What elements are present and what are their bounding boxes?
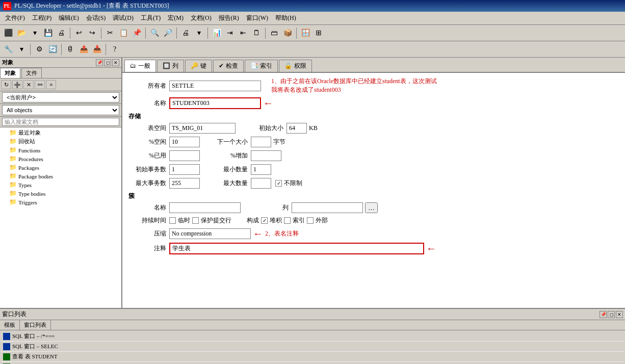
- list-item-0[interactable]: SQL 窗口 – /*===: [1, 331, 624, 342]
- user-dropdown[interactable]: <当前用户>: [2, 92, 119, 102]
- schema2-btn[interactable]: 📦: [281, 28, 294, 39]
- obj-arrow[interactable]: ▾: [15, 44, 28, 55]
- cluster-name-input[interactable]: [169, 202, 241, 213]
- list-item-2[interactable]: 查看 表 STUDENT: [1, 352, 624, 362]
- pct-increase-input[interactable]: [251, 150, 281, 161]
- sort-btn[interactable]: ≡: [46, 80, 56, 89]
- bottom-tab-windows[interactable]: 窗口列表: [20, 320, 51, 330]
- bottom-pin[interactable]: 📌: [600, 311, 607, 318]
- copy-btn[interactable]: 📋: [117, 28, 129, 39]
- initial-size-input[interactable]: [287, 123, 307, 134]
- tree-item-packages[interactable]: 📁 Packages: [1, 163, 120, 172]
- redo-btn[interactable]: ↪: [86, 28, 98, 39]
- db2-btn[interactable]: 📤: [77, 44, 90, 55]
- bottom-tab-templates[interactable]: 模板: [0, 320, 20, 330]
- find2-btn[interactable]: 🔎: [162, 28, 174, 39]
- init-trans-input[interactable]: [169, 164, 200, 175]
- view-btn[interactable]: 📊: [211, 28, 223, 39]
- win2-btn[interactable]: ⊞: [312, 28, 325, 39]
- db-btn[interactable]: 🛢: [64, 44, 76, 55]
- compile2-btn[interactable]: 🔄: [46, 44, 59, 55]
- bottom-float[interactable]: ◻: [608, 311, 615, 318]
- cut-btn[interactable]: ✂: [104, 28, 116, 39]
- tab-privileges[interactable]: 🔒 权限: [279, 60, 312, 72]
- list-item-3[interactable]: 查看 表 STUDENT0: [1, 362, 624, 364]
- panel-float[interactable]: ◻: [104, 59, 111, 66]
- win-btn[interactable]: 🪟: [299, 28, 311, 39]
- cluster-col-input[interactable]: [292, 202, 363, 213]
- panel-close[interactable]: ✕: [112, 59, 119, 66]
- max-extents-input[interactable]: [251, 178, 271, 189]
- menu-window[interactable]: 窗口(W): [243, 13, 271, 23]
- menu-tools[interactable]: 工具(T): [138, 13, 164, 23]
- tree-item-procedures[interactable]: 📁 Procedures: [1, 154, 120, 163]
- schema-btn[interactable]: 🗃: [268, 28, 280, 39]
- tab-general[interactable]: 🗂 一般: [124, 60, 156, 72]
- owner-input[interactable]: [169, 81, 261, 91]
- print3-btn[interactable]: ▾: [193, 28, 205, 39]
- tab-checks[interactable]: ✔ 检查: [213, 60, 244, 72]
- paste-btn[interactable]: 📌: [131, 28, 143, 39]
- menu-report[interactable]: 报告(R): [216, 13, 242, 23]
- help-btn[interactable]: ?: [109, 44, 121, 55]
- pct-used-input[interactable]: [169, 150, 200, 161]
- new-btn[interactable]: ⬛: [2, 28, 14, 39]
- open-arrow[interactable]: ▾: [29, 28, 41, 39]
- tab-indexes[interactable]: 📑 索引: [245, 60, 278, 72]
- unindent-btn[interactable]: ⇤: [237, 28, 249, 39]
- unlimited-checkbox[interactable]: [275, 180, 282, 187]
- open-btn[interactable]: 📂: [15, 28, 28, 39]
- undo-btn[interactable]: ↩: [73, 28, 85, 39]
- filter-btn[interactable]: ⚯: [35, 80, 45, 89]
- heap-checkbox[interactable]: [261, 217, 268, 224]
- menu-file[interactable]: 文件(F): [2, 13, 28, 23]
- menu-debug[interactable]: 调试(D): [110, 13, 137, 23]
- print-btn[interactable]: 🖨: [55, 28, 67, 39]
- find-btn[interactable]: 🔍: [148, 28, 161, 39]
- temp-checkbox[interactable]: [169, 217, 176, 224]
- format-btn[interactable]: 🗒: [250, 28, 263, 39]
- tree-item-triggers[interactable]: 📁 Triggers: [1, 198, 120, 206]
- save-btn[interactable]: 💾: [42, 28, 54, 39]
- next-size-input[interactable]: [251, 137, 271, 147]
- menu-doc[interactable]: 文档(O): [188, 13, 215, 23]
- min-extents-input[interactable]: [251, 164, 271, 175]
- compile-btn[interactable]: ⚙: [33, 44, 45, 55]
- menu-help[interactable]: 帮助(H): [272, 13, 299, 23]
- index-org-checkbox[interactable]: [284, 217, 291, 224]
- tab-objects[interactable]: 对象: [0, 68, 20, 78]
- obj-btn[interactable]: 🔧: [2, 44, 14, 55]
- comment-input[interactable]: [169, 243, 424, 254]
- panel-pin[interactable]: 📌: [96, 59, 103, 66]
- search-input[interactable]: [2, 118, 119, 126]
- preserve-checkbox[interactable]: [192, 217, 199, 224]
- pct-free-input[interactable]: [169, 137, 200, 147]
- tree-item-functions[interactable]: 📁 Functions: [1, 146, 120, 154]
- print2-btn[interactable]: 🖨: [179, 28, 192, 39]
- tab-columns[interactable]: 🔲 列: [157, 60, 184, 72]
- db3-btn[interactable]: 📥: [91, 44, 103, 55]
- tab-keys[interactable]: 🔑 键: [185, 60, 212, 72]
- name-input[interactable]: [169, 97, 261, 109]
- menu-project[interactable]: 工程(P): [29, 13, 55, 23]
- compress-input[interactable]: [169, 228, 251, 239]
- tree-item-recycle[interactable]: 📁 回收站: [1, 137, 120, 146]
- menu-session[interactable]: 会话(S): [83, 13, 109, 23]
- bottom-close[interactable]: ✕: [616, 311, 623, 318]
- list-item-1[interactable]: SQL 窗口 – SELEC: [1, 342, 624, 352]
- tree-item-type-bodies[interactable]: 📁 Type bodies: [1, 189, 120, 198]
- tree-item-recent[interactable]: 📁 最近对象: [1, 128, 120, 137]
- refresh-btn[interactable]: ↻: [1, 80, 11, 89]
- tablespace-input[interactable]: [169, 123, 236, 134]
- new-obj-btn[interactable]: ➕: [12, 80, 22, 89]
- menu-edit[interactable]: 编辑(E): [56, 13, 82, 23]
- menu-macro[interactable]: 宏(M): [165, 13, 187, 23]
- tab-files[interactable]: 文件: [21, 68, 42, 78]
- max-trans-input[interactable]: [169, 178, 200, 189]
- indent-btn[interactable]: ⇥: [224, 28, 236, 39]
- tree-item-types[interactable]: 📁 Types: [1, 180, 120, 189]
- tree-item-package-bodies[interactable]: 📁 Package bodies: [1, 172, 120, 180]
- external-checkbox[interactable]: [307, 217, 314, 224]
- objects-dropdown[interactable]: All objects: [2, 105, 119, 115]
- del-obj-btn[interactable]: ✕: [23, 80, 34, 89]
